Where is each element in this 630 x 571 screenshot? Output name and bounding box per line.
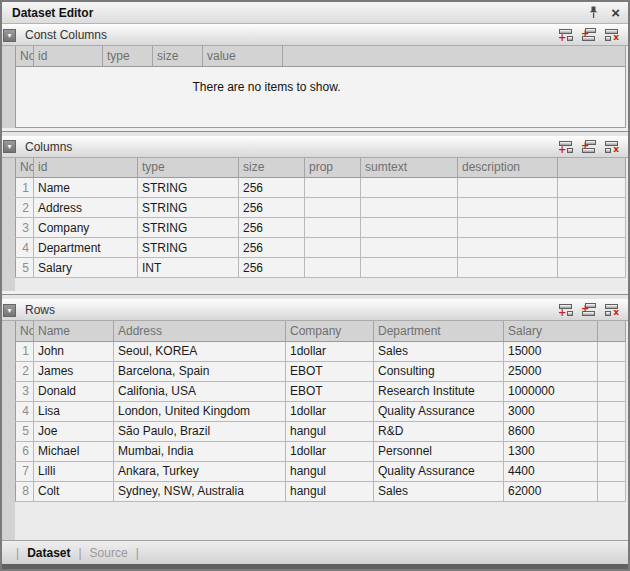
row-number-cell[interactable]: 5 [16, 421, 34, 441]
data-cell[interactable]: Sales [374, 481, 504, 501]
data-cell[interactable]: Seoul, KOREA [114, 341, 286, 361]
data-cell[interactable]: STRING [138, 178, 239, 198]
data-cell[interactable]: Califonia, USA [114, 381, 286, 401]
data-cell[interactable] [361, 218, 458, 238]
data-cell[interactable]: hangul [286, 461, 374, 481]
data-cell[interactable]: Lilli [34, 461, 114, 481]
delete-row-icon[interactable]: x [604, 140, 620, 154]
column-header[interactable]: size [239, 158, 305, 178]
data-cell[interactable] [305, 218, 361, 238]
row-number-cell[interactable]: 8 [16, 481, 34, 501]
data-cell[interactable]: 3000 [504, 401, 598, 421]
table-row[interactable]: 6MichaelMumbai, India1dollarPersonnel130… [16, 441, 626, 461]
data-cell[interactable]: London, United Kingdom [114, 401, 286, 421]
data-cell[interactable]: 4400 [504, 461, 598, 481]
row-number-cell[interactable]: 7 [16, 461, 34, 481]
row-number-cell[interactable]: 1 [16, 341, 34, 361]
data-cell[interactable]: Quality Assurance [374, 401, 504, 421]
data-cell[interactable]: 256 [239, 198, 305, 218]
column-header[interactable]: No [16, 158, 34, 178]
data-cell[interactable]: 1dollar [286, 341, 374, 361]
add-row-icon[interactable]: + [558, 303, 574, 317]
add-row-icon[interactable]: + [558, 140, 574, 154]
tab-dataset[interactable]: Dataset [27, 546, 70, 560]
collapse-icon[interactable]: ▾ [3, 304, 16, 317]
table-row[interactable]: 1NameSTRING256 [16, 178, 626, 198]
row-number-cell[interactable]: 2 [16, 198, 34, 218]
data-cell[interactable]: Ankara, Turkey [114, 461, 286, 481]
data-cell[interactable]: hangul [286, 481, 374, 501]
column-header[interactable]: Department [374, 321, 504, 341]
column-header[interactable]: description [458, 158, 558, 178]
titlebar[interactable]: Dataset Editor × [2, 2, 628, 24]
insert-row-icon[interactable]: + [581, 303, 597, 317]
close-icon[interactable]: × [611, 7, 620, 19]
data-cell[interactable] [458, 238, 558, 258]
data-cell[interactable]: Mumbai, India [114, 441, 286, 461]
data-cell[interactable]: 256 [239, 218, 305, 238]
column-header[interactable]: Address [114, 321, 286, 341]
delete-row-icon[interactable]: x [604, 303, 620, 317]
table-row[interactable]: 7LilliAnkara, TurkeyhangulQuality Assura… [16, 461, 626, 481]
data-cell[interactable] [361, 198, 458, 218]
column-header[interactable]: size [153, 46, 203, 66]
table-row[interactable]: 2JamesBarcelona, SpainEBOTConsulting2500… [16, 361, 626, 381]
data-cell[interactable] [305, 198, 361, 218]
data-cell[interactable]: Quality Assurance [374, 461, 504, 481]
data-cell[interactable]: Joe [34, 421, 114, 441]
column-header[interactable]: No [16, 321, 34, 341]
row-number-cell[interactable]: 3 [16, 381, 34, 401]
columns-header[interactable]: ▾ Columns + + x [2, 136, 628, 158]
data-cell[interactable]: Company [34, 218, 138, 238]
tab-source[interactable]: Source [90, 546, 128, 560]
data-cell[interactable]: Michael [34, 441, 114, 461]
data-cell[interactable]: Department [34, 238, 138, 258]
data-cell[interactable]: 256 [239, 258, 305, 278]
column-header[interactable]: Company [286, 321, 374, 341]
table-row[interactable]: 4LisaLondon, United Kingdom1dollarQualit… [16, 401, 626, 421]
pin-icon[interactable] [587, 6, 600, 20]
data-cell[interactable]: 1000000 [504, 381, 598, 401]
data-cell[interactable]: Donald [34, 381, 114, 401]
data-cell[interactable] [305, 178, 361, 198]
row-number-cell[interactable]: 5 [16, 258, 34, 278]
data-cell[interactable]: Consulting [374, 361, 504, 381]
table-row[interactable]: 2AddressSTRING256 [16, 198, 626, 218]
data-cell[interactable]: São Paulo, Brazil [114, 421, 286, 441]
data-cell[interactable]: hangul [286, 421, 374, 441]
data-cell[interactable]: 256 [239, 238, 305, 258]
column-header[interactable]: prop [305, 158, 361, 178]
data-cell[interactable] [361, 178, 458, 198]
rows-header[interactable]: ▾ Rows + + x [2, 299, 628, 321]
data-cell[interactable]: 15000 [504, 341, 598, 361]
table-row[interactable]: 5SalaryINT256 [16, 258, 626, 278]
data-cell[interactable] [361, 258, 458, 278]
data-cell[interactable]: 8600 [504, 421, 598, 441]
column-header[interactable]: type [138, 158, 239, 178]
data-cell[interactable]: Lisa [34, 401, 114, 421]
data-cell[interactable]: 256 [239, 178, 305, 198]
row-number-cell[interactable]: 1 [16, 178, 34, 198]
data-cell[interactable]: Colt [34, 481, 114, 501]
row-number-cell[interactable]: 3 [16, 218, 34, 238]
data-cell[interactable] [458, 218, 558, 238]
row-number-cell[interactable]: 4 [16, 401, 34, 421]
data-cell[interactable] [458, 198, 558, 218]
data-cell[interactable]: 1300 [504, 441, 598, 461]
column-header[interactable]: Name [34, 321, 114, 341]
table-row[interactable]: 4DepartmentSTRING256 [16, 238, 626, 258]
data-cell[interactable]: Research Institute [374, 381, 504, 401]
data-cell[interactable]: R&D [374, 421, 504, 441]
data-cell[interactable]: STRING [138, 238, 239, 258]
row-number-cell[interactable]: 6 [16, 441, 34, 461]
insert-row-icon[interactable]: + [581, 28, 597, 42]
row-number-cell[interactable]: 4 [16, 238, 34, 258]
row-number-cell[interactable]: 2 [16, 361, 34, 381]
data-cell[interactable]: STRING [138, 218, 239, 238]
data-cell[interactable] [305, 238, 361, 258]
column-header[interactable]: type [103, 46, 153, 66]
column-header[interactable]: No [16, 46, 34, 66]
data-cell[interactable] [305, 258, 361, 278]
column-header[interactable]: id [34, 46, 103, 66]
collapse-icon[interactable]: ▾ [3, 29, 16, 42]
